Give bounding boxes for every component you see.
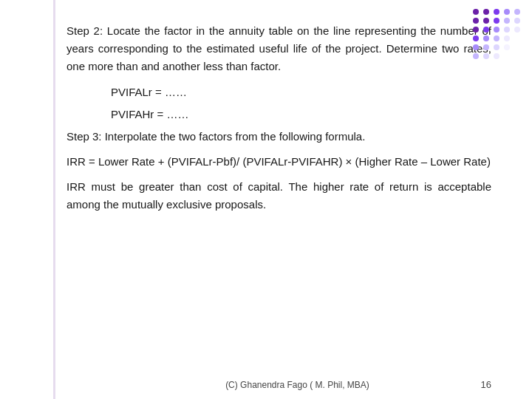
svg-point-20 [504, 27, 510, 33]
svg-point-2 [473, 27, 479, 33]
svg-point-7 [483, 18, 489, 24]
svg-point-15 [494, 35, 499, 41]
svg-point-21 [504, 35, 510, 41]
svg-point-6 [483, 9, 489, 15]
decorative-dots [467, 6, 526, 65]
step3-paragraph: Step 3: Interpolate the two factors from… [66, 128, 491, 146]
svg-point-0 [473, 9, 479, 15]
svg-point-14 [494, 27, 499, 33]
svg-point-1 [473, 18, 479, 24]
formula-line: IRR = Lower Rate + (PVIFALr-Pbf)/ (PVIFA… [66, 153, 491, 171]
copyright-text: (C) Ghanendra Fago ( M. Phil, MBA) [126, 380, 469, 390]
svg-point-18 [504, 9, 510, 15]
svg-point-17 [494, 53, 499, 59]
slide-footer: (C) Ghanendra Fago ( M. Phil, MBA) 16 [0, 373, 532, 399]
svg-point-10 [483, 44, 489, 50]
step2-paragraph: Step 2: Locate the factor in the annuity… [66, 22, 491, 75]
svg-point-19 [504, 18, 510, 24]
slide: Step 2: Locate the factor in the annuity… [0, 0, 532, 399]
svg-point-16 [494, 44, 499, 50]
page-number: 16 [469, 379, 491, 390]
svg-point-5 [473, 53, 479, 59]
svg-point-8 [483, 27, 489, 33]
svg-point-11 [483, 53, 489, 59]
svg-point-25 [514, 27, 520, 33]
irr-conclusion: IRR must be greater than cost of capital… [66, 178, 491, 214]
svg-point-3 [473, 35, 479, 41]
svg-point-9 [483, 35, 489, 41]
main-content: Step 2: Locate the factor in the annuity… [0, 0, 532, 373]
svg-point-23 [514, 9, 520, 15]
svg-point-12 [494, 9, 499, 15]
pvifal-line: PVIFALr = …… [111, 83, 491, 102]
left-accent-bar [53, 0, 55, 399]
svg-point-13 [494, 18, 499, 24]
svg-point-22 [504, 44, 510, 50]
pvifah-line: PVIFAHr = …… [111, 105, 491, 124]
svg-point-4 [473, 44, 479, 50]
svg-point-24 [514, 18, 520, 24]
